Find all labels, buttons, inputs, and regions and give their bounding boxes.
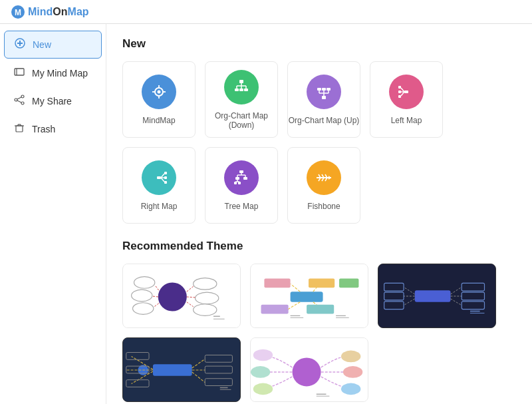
fishbone-icon bbox=[314, 168, 334, 188]
tree-map-icon bbox=[231, 168, 251, 188]
svg-rect-31 bbox=[244, 89, 248, 91]
org-up-icon-circle bbox=[307, 75, 341, 109]
main-layout: New My Mind Map My Share Trash New bbox=[0, 24, 532, 404]
org-up-icon bbox=[314, 82, 334, 102]
svg-point-9 bbox=[21, 102, 24, 104]
right-map-icon-circle bbox=[142, 160, 176, 195]
new-section-title: New bbox=[122, 37, 516, 51]
svg-rect-106 bbox=[415, 290, 451, 302]
svg-rect-122 bbox=[153, 364, 192, 376]
svg-rect-93 bbox=[264, 279, 290, 288]
my-mind-map-icon bbox=[13, 67, 25, 80]
tree-map-label: Tree Map bbox=[225, 202, 259, 211]
svg-point-143 bbox=[341, 351, 360, 363]
svg-marker-73 bbox=[329, 176, 331, 180]
map-card-org-up[interactable]: Org-Chart Map (Up) bbox=[287, 61, 360, 138]
header: M MindOnMap bbox=[0, 0, 532, 24]
left-map-label: Left Map bbox=[391, 116, 422, 125]
svg-rect-54 bbox=[164, 181, 167, 184]
svg-text:M: M bbox=[15, 7, 21, 17]
theme-2-preview bbox=[251, 264, 368, 327]
theme-grid bbox=[122, 264, 516, 402]
fishbone-label: Fishbone bbox=[307, 202, 340, 211]
map-card-tree-map[interactable]: Tree Map bbox=[205, 147, 278, 224]
svg-rect-32 bbox=[322, 96, 326, 99]
svg-rect-55 bbox=[239, 170, 243, 173]
svg-rect-52 bbox=[164, 172, 167, 174]
mindmap-icon-circle bbox=[142, 75, 176, 109]
svg-rect-96 bbox=[339, 279, 358, 288]
svg-rect-41 bbox=[404, 91, 408, 93]
theme-card-4[interactable] bbox=[122, 337, 241, 402]
svg-rect-29 bbox=[235, 89, 239, 91]
trash-icon bbox=[13, 122, 25, 136]
left-map-icon bbox=[396, 82, 416, 102]
svg-rect-63 bbox=[234, 182, 237, 184]
org-up-label: Org-Chart Map (Up) bbox=[289, 116, 360, 125]
map-card-mindmap[interactable]: MindMap bbox=[122, 61, 196, 138]
logo-icon: M bbox=[11, 5, 25, 19]
svg-rect-45 bbox=[398, 86, 401, 89]
sidebar: New My Mind Map My Share Trash bbox=[0, 24, 106, 404]
svg-point-145 bbox=[341, 383, 360, 395]
theme-card-3[interactable] bbox=[378, 264, 496, 328]
org-down-icon-circle bbox=[224, 70, 259, 104]
sidebar-item-new-label: New bbox=[33, 39, 51, 50]
svg-rect-65 bbox=[243, 177, 247, 180]
theme-1-preview bbox=[123, 264, 240, 327]
svg-point-8 bbox=[15, 99, 17, 101]
org-down-icon bbox=[231, 77, 251, 97]
theme-card-1[interactable] bbox=[122, 264, 241, 328]
svg-rect-30 bbox=[239, 89, 243, 91]
svg-point-75 bbox=[158, 282, 187, 311]
svg-rect-100 bbox=[307, 305, 334, 314]
tree-map-icon-circle bbox=[224, 160, 259, 195]
svg-rect-38 bbox=[317, 88, 321, 91]
theme-3-preview bbox=[378, 264, 495, 327]
svg-line-49 bbox=[161, 174, 164, 178]
theme-card-2[interactable] bbox=[250, 264, 368, 328]
theme-5-preview bbox=[251, 338, 368, 401]
logo: M MindOnMap bbox=[11, 5, 89, 19]
share-icon bbox=[13, 95, 25, 108]
logo-text: MindOnMap bbox=[28, 6, 89, 18]
sidebar-item-trash[interactable]: Trash bbox=[4, 116, 102, 142]
svg-rect-23 bbox=[239, 80, 243, 83]
svg-line-51 bbox=[161, 178, 164, 182]
content-area: New MindMap bbox=[106, 24, 532, 404]
svg-rect-53 bbox=[164, 176, 167, 179]
right-map-icon bbox=[149, 168, 169, 188]
mindmap-icon bbox=[149, 82, 169, 102]
svg-rect-60 bbox=[235, 177, 239, 180]
svg-line-10 bbox=[17, 97, 21, 99]
sidebar-item-my-share-label: My Share bbox=[32, 96, 72, 106]
theme-card-5[interactable] bbox=[250, 337, 368, 402]
svg-point-7 bbox=[21, 95, 24, 98]
svg-point-18 bbox=[158, 90, 161, 93]
sidebar-item-new[interactable]: New bbox=[4, 31, 102, 59]
map-card-right-map[interactable]: Right Map bbox=[122, 147, 196, 224]
svg-point-142 bbox=[253, 383, 273, 395]
svg-rect-91 bbox=[291, 292, 323, 302]
svg-rect-47 bbox=[398, 95, 401, 98]
map-types-grid: MindMap Org-C bbox=[122, 61, 516, 224]
map-card-fishbone[interactable]: Fishbone bbox=[287, 147, 360, 224]
map-card-org-down[interactable]: Org-Chart Map (Down) bbox=[205, 61, 278, 138]
svg-line-42 bbox=[401, 88, 404, 92]
svg-rect-12 bbox=[16, 126, 23, 132]
svg-rect-48 bbox=[157, 176, 161, 179]
sidebar-item-my-mind-map[interactable]: My Mind Map bbox=[4, 60, 102, 87]
svg-point-139 bbox=[293, 357, 321, 386]
svg-rect-40 bbox=[327, 88, 331, 91]
recommended-section-title: Recommended Theme bbox=[122, 240, 516, 253]
map-card-left-map[interactable]: Left Map bbox=[370, 61, 443, 138]
sidebar-item-my-share[interactable]: My Share bbox=[4, 88, 102, 114]
left-map-icon-circle bbox=[389, 75, 424, 109]
svg-point-144 bbox=[343, 366, 362, 378]
mindmap-label: MindMap bbox=[142, 116, 175, 125]
svg-rect-5 bbox=[15, 69, 24, 75]
new-icon bbox=[14, 38, 26, 51]
svg-point-140 bbox=[253, 349, 273, 361]
sidebar-item-trash-label: Trash bbox=[32, 124, 55, 134]
svg-line-11 bbox=[17, 101, 21, 102]
